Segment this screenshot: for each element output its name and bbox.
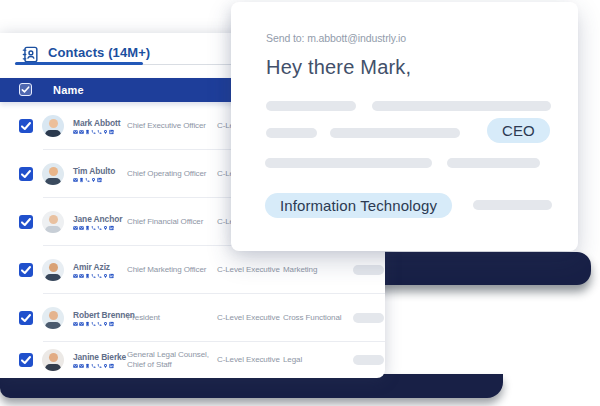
location-icon[interactable] — [103, 364, 108, 369]
mobile-icon[interactable] — [85, 322, 90, 327]
location-icon[interactable] — [91, 178, 96, 183]
contact-seniority: C-Level Executive — [217, 313, 281, 323]
phone-icon[interactable] — [91, 226, 96, 231]
contact-job-title: President — [127, 313, 215, 323]
contact-department: Cross Functional — [283, 313, 351, 323]
skeleton-bar — [266, 101, 356, 111]
email-icon[interactable] — [79, 130, 84, 135]
contact-channel-icons — [73, 178, 127, 183]
phone-icon[interactable] — [85, 178, 90, 183]
phone-icon[interactable] — [91, 364, 96, 369]
contact-name: Robert Brennen — [73, 310, 127, 320]
contact-channel-icons — [73, 226, 127, 231]
mobile-icon[interactable] — [85, 130, 90, 135]
email-icon[interactable] — [79, 322, 84, 327]
row-checkbox[interactable] — [19, 119, 33, 133]
contact-job-title: Chief Executive Officer — [127, 121, 215, 131]
location-icon[interactable] — [103, 226, 108, 231]
mobile-icon[interactable] — [85, 364, 90, 369]
contact-row[interactable]: Amir Aziz Chief Marketing Officer C-Leve… — [0, 246, 385, 294]
phone-icon[interactable] — [97, 322, 102, 327]
contact-job-title: Chief Marketing Officer — [127, 265, 215, 275]
phone-icon[interactable] — [97, 130, 102, 135]
email-icon[interactable] — [73, 226, 78, 231]
row-checkbox[interactable] — [19, 167, 33, 181]
mobile-icon[interactable] — [79, 178, 84, 183]
phone-icon[interactable] — [91, 130, 96, 135]
linkedin-icon[interactable] — [109, 130, 114, 135]
avatar — [42, 349, 64, 371]
contact-name: Tim Abulto — [73, 166, 127, 176]
contact-channel-icons — [73, 322, 127, 327]
avatar — [42, 115, 64, 137]
linkedin-icon[interactable] — [109, 364, 114, 369]
skeleton-bar — [330, 128, 460, 138]
location-icon[interactable] — [103, 274, 108, 279]
row-checkbox[interactable] — [19, 353, 33, 367]
contact-department: Marketing — [283, 265, 351, 275]
page: Contacts (14M+) Name Mark Abbott Chief E… — [0, 0, 600, 406]
active-tab-underline — [15, 62, 143, 65]
contact-name: Mark Abbott — [73, 118, 127, 128]
skeleton-pill — [353, 265, 384, 275]
name-cell: Amir Aziz — [73, 262, 127, 279]
avatar — [42, 307, 64, 329]
phone-icon[interactable] — [97, 274, 102, 279]
contact-name: Jane Anchor — [73, 214, 127, 224]
avatar — [42, 211, 64, 233]
email-icon[interactable] — [79, 226, 84, 231]
contact-job-title: Chief Financial Officer — [127, 217, 215, 227]
contact-channel-icons — [73, 364, 127, 369]
skeleton-bar — [447, 158, 540, 168]
location-icon[interactable] — [103, 130, 108, 135]
send-to-line: Send to: m.abbott@industrly.io — [266, 32, 406, 44]
linkedin-icon[interactable] — [97, 178, 102, 183]
linkedin-icon[interactable] — [109, 274, 114, 279]
phone-icon[interactable] — [91, 322, 96, 327]
contact-seniority: C-Level Executive — [217, 265, 281, 275]
phone-icon[interactable] — [97, 364, 102, 369]
skeleton-pill — [353, 355, 384, 365]
skeleton-bar — [266, 128, 317, 138]
contact-job-title: Chief Operating Officer — [127, 169, 215, 179]
skeleton-bar — [372, 101, 551, 111]
row-checkbox[interactable] — [19, 215, 33, 229]
linkedin-icon[interactable] — [109, 226, 114, 231]
contact-seniority: C-Level Executive — [217, 355, 281, 365]
email-icon[interactable] — [79, 274, 84, 279]
email-icon[interactable] — [73, 130, 78, 135]
select-all-checkbox[interactable] — [19, 83, 32, 96]
row-checkbox[interactable] — [19, 263, 33, 277]
name-cell: Tim Abulto — [73, 166, 127, 183]
name-cell: Jane Anchor — [73, 214, 127, 231]
name-cell: Mark Abbott — [73, 118, 127, 135]
linkedin-icon[interactable] — [109, 322, 114, 327]
email-icon[interactable] — [79, 364, 84, 369]
phone-icon[interactable] — [97, 226, 102, 231]
industry-chip: Information Technology — [265, 193, 452, 218]
avatar — [42, 163, 64, 185]
avatar — [42, 259, 64, 281]
phone-icon[interactable] — [91, 274, 96, 279]
mobile-icon[interactable] — [85, 274, 90, 279]
contact-name: Amir Aziz — [73, 262, 127, 272]
location-icon[interactable] — [103, 322, 108, 327]
email-icon[interactable] — [73, 322, 78, 327]
email-icon[interactable] — [73, 178, 78, 183]
page-title: Contacts (14M+) — [48, 45, 150, 60]
contact-name: Janine Bierke — [73, 352, 127, 362]
contact-job-title: General Legal Counsel, Chief of Staff — [127, 350, 215, 370]
email-icon[interactable] — [73, 274, 78, 279]
contact-channel-icons — [73, 130, 127, 135]
name-cell: Janine Bierke — [73, 352, 127, 369]
contact-row[interactable]: Robert Brennen President C-Level Executi… — [0, 294, 385, 342]
email-greeting: Hey there Mark, — [266, 56, 411, 79]
row-checkbox[interactable] — [19, 311, 33, 325]
email-compose-card: Send to: m.abbott@industrly.io Hey there… — [231, 2, 578, 251]
name-cell: Robert Brennen — [73, 310, 127, 327]
contact-channel-icons — [73, 274, 127, 279]
email-icon[interactable] — [73, 364, 78, 369]
contact-row[interactable]: Janine Bierke General Legal Counsel, Chi… — [0, 342, 385, 378]
mobile-icon[interactable] — [85, 226, 90, 231]
skeleton-bar — [473, 200, 552, 210]
